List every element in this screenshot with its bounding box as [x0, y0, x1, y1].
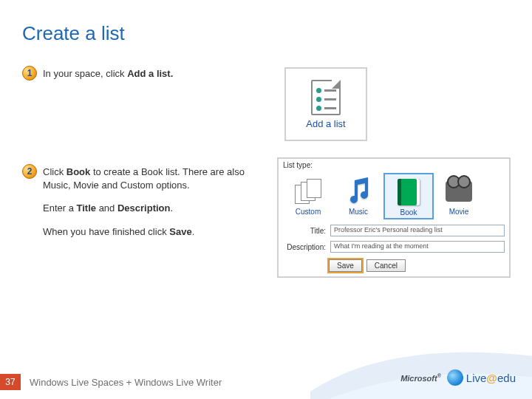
step-2-p1-bold: Book	[66, 166, 91, 177]
step-2-text: Click Book to create a Book list. There …	[43, 166, 266, 238]
list-type-custom[interactable]: Custom	[283, 173, 333, 219]
screenshots-column: Add a list List type: Custom Music	[277, 67, 514, 278]
step-2-p2-c: .	[170, 202, 173, 214]
list-type-panel: List type: Custom Music Book	[277, 157, 511, 278]
edu-text: edu	[497, 372, 516, 384]
at-symbol: @	[486, 372, 497, 384]
step-2-p2-bold1: Title	[77, 202, 97, 214]
step-1: 1 In your space, click Add a list.	[22, 67, 266, 81]
title-field[interactable]: Professor Eric's Personal reading list	[330, 225, 505, 236]
step-2: 2 Click Book to create a Book list. Ther…	[22, 166, 266, 238]
book-icon	[398, 179, 420, 205]
list-type-custom-label: Custom	[285, 208, 331, 216]
step-1-bold: Add a list.	[127, 68, 173, 79]
step-1-badge: 1	[22, 66, 37, 81]
cancel-button[interactable]: Cancel	[366, 259, 406, 272]
list-type-book[interactable]: Book	[383, 173, 434, 219]
list-type-book-label: Book	[386, 208, 431, 216]
slide-title: Create a list	[0, 0, 532, 45]
list-type-movie[interactable]: Movie	[434, 173, 484, 219]
description-field-label: Description:	[283, 243, 326, 251]
step-2-p3-b: .	[192, 226, 195, 237]
step-1-prefix: In your space, click	[43, 68, 127, 79]
title-field-label: Title:	[283, 227, 326, 235]
movie-icon	[446, 181, 472, 202]
live-text: Live	[466, 372, 487, 384]
add-a-list-card: Add a list	[284, 67, 367, 141]
step-2-badge: 2	[22, 164, 37, 179]
list-type-label: List type:	[279, 159, 509, 171]
list-type-options: Custom Music Book Movie	[279, 171, 509, 222]
music-icon	[335, 177, 381, 206]
save-button[interactable]: Save	[329, 259, 362, 272]
custom-icon	[295, 179, 321, 204]
step-2-p2-bold2: Description	[117, 202, 171, 214]
live-swirl-icon	[447, 369, 463, 386]
step-2-p2-a: Enter a	[43, 202, 77, 214]
slide-content: 1 In your space, click Add a list. 2 Cli…	[0, 45, 532, 278]
instructions-column: 1 In your space, click Add a list. 2 Cli…	[22, 67, 266, 278]
list-type-music[interactable]: Music	[333, 173, 383, 219]
step-2-p2-b: and	[96, 202, 117, 214]
list-type-music-label: Music	[335, 208, 381, 216]
list-doc-icon	[311, 80, 341, 115]
live-at-edu-logo: Live@edu	[447, 369, 516, 386]
step-2-p3-a: When you have finished click	[43, 226, 169, 237]
description-field[interactable]: What I'm reading at the moment	[330, 241, 505, 253]
microsoft-logo: Microsoft®	[400, 373, 441, 383]
title-field-row: Title: Professor Eric's Personal reading…	[279, 222, 509, 239]
description-field-row: Description: What I'm reading at the mom…	[279, 239, 509, 255]
panel-buttons: Save Cancel	[279, 255, 509, 276]
page-number: 37	[0, 374, 21, 390]
step-1-text: In your space, click Add a list.	[43, 67, 173, 81]
slide-footer: 37 Windows Live Spaces + Windows Live Wr…	[0, 374, 222, 390]
step-2-p1-a: Click	[43, 166, 66, 177]
brand-area: Microsoft® Live@edu	[400, 369, 516, 386]
add-a-list-label: Add a list	[306, 118, 345, 129]
footer-text: Windows Live Spaces + Windows Live Write…	[30, 377, 222, 388]
step-2-p3-bold: Save	[169, 226, 191, 237]
list-type-movie-label: Movie	[436, 208, 482, 216]
